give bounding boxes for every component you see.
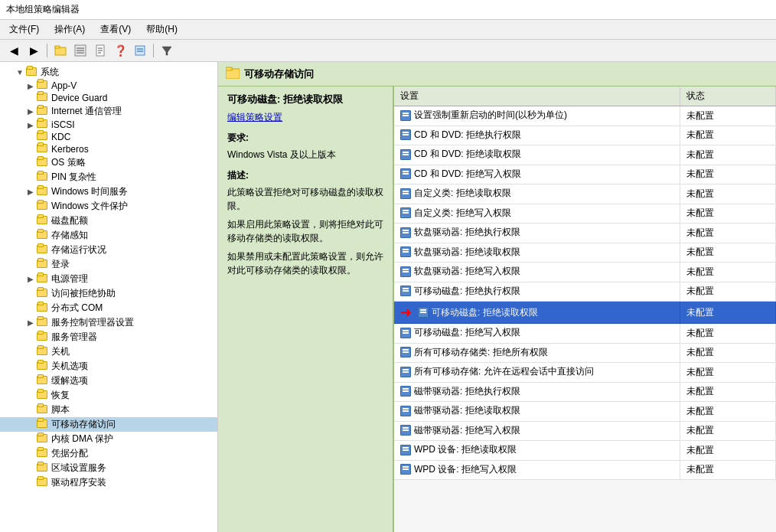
sidebar-item-recover[interactable]: 恢复 <box>0 388 217 403</box>
sidebar-label-system: 系统 <box>41 66 59 79</box>
sidebar-item-removablestorage[interactable]: 可移动存储访问 <box>0 417 217 432</box>
folder-icon-kerneldma <box>37 434 49 445</box>
sidebar-item-powermgmt[interactable]: ▶ 电源管理 <box>0 272 217 286</box>
sidebar-label-removablestorage: 可移动存储访问 <box>51 418 116 431</box>
policy-setting-label: 软盘驱动器: 拒绝读取权限 <box>414 246 520 259</box>
sidebar-label-internet: Internet 通信管理 <box>51 105 122 118</box>
policy-setting-label: 软盘驱动器: 拒绝写入权限 <box>414 265 520 278</box>
table-row[interactable]: 可移动磁盘: 拒绝执行权限未配置 <box>394 282 776 302</box>
sidebar-item-storagesense[interactable]: 存储感知 <box>0 228 217 243</box>
folder-icon-scripts <box>37 405 49 416</box>
table-cell-setting: 所有可移动存储: 允许在远程会话中直接访问 <box>394 363 680 383</box>
doc-button[interactable] <box>91 42 109 59</box>
properties-button[interactable] <box>131 42 149 59</box>
folder-icon-kdc <box>37 132 49 142</box>
sidebar-label-shutdownopts: 关机选项 <box>51 360 88 373</box>
sidebar-item-kdc[interactable]: KDC <box>0 131 217 143</box>
table-row[interactable]: 软盘驱动器: 拒绝读取权限未配置 <box>394 243 776 263</box>
table-row[interactable]: 磁带驱动器: 拒绝写入权限未配置 <box>394 421 776 441</box>
policy-setting-label: 可移动磁盘: 拒绝读取权限 <box>432 306 538 319</box>
folder-icon-driverinstall <box>37 478 49 488</box>
menu-file[interactable]: 文件(F) <box>6 22 42 37</box>
menu-view[interactable]: 查看(V) <box>97 22 134 37</box>
policy-setting-label: WPD 设备: 拒绝写入权限 <box>414 463 517 476</box>
expander-accessdenied <box>24 289 37 298</box>
table-row[interactable]: ➜可移动磁盘: 拒绝读取权限未配置 <box>394 302 776 324</box>
sidebar-item-svccontrol[interactable]: ▶ 服务控制管理器设置 <box>0 315 217 330</box>
sidebar-item-scripts[interactable]: 脚本 <box>0 403 217 417</box>
table-row[interactable]: 磁带驱动器: 拒绝执行权限未配置 <box>394 382 776 402</box>
table-cell-setting: 自定义类: 拒绝写入权限 <box>394 204 680 224</box>
sidebar-item-pin[interactable]: PIN 复杂性 <box>0 170 217 184</box>
table-row[interactable]: 软盘驱动器: 拒绝执行权限未配置 <box>394 224 776 243</box>
sidebar-item-cacheopts[interactable]: 缓解选项 <box>0 374 217 388</box>
table-row[interactable]: 所有可移动存储类: 拒绝所有权限未配置 <box>394 343 776 363</box>
edit-policy-link[interactable]: 编辑策略设置 <box>227 112 282 122</box>
table-row[interactable]: 软盘驱动器: 拒绝写入权限未配置 <box>394 263 776 282</box>
sidebar-label-winfileprotect: Windows 文件保护 <box>51 200 128 213</box>
folder-icon-diskconfig <box>37 216 49 227</box>
folder-icon-system <box>26 67 38 78</box>
sidebar-item-system[interactable]: ▼ 系统 <box>0 65 217 80</box>
forward-button[interactable]: ▶ <box>24 42 43 59</box>
sidebar-item-diskconfig[interactable]: 磁盘配额 <box>0 214 217 228</box>
policy-icon <box>400 425 411 436</box>
expander-kerneldma <box>24 435 37 443</box>
sidebar-item-credalloc[interactable]: 凭据分配 <box>0 446 217 461</box>
list-icon <box>74 44 86 57</box>
table-row[interactable]: 设置强制重新启动的时间(以秒为单位)未配置 <box>394 106 776 126</box>
filter-button[interactable] <box>158 42 176 59</box>
sidebar-item-kerberos[interactable]: Kerberos <box>0 143 217 155</box>
table-cell-status: 未配置 <box>680 421 776 441</box>
table-row[interactable]: 自定义类: 拒绝写入权限未配置 <box>394 204 776 224</box>
menu-help[interactable]: 帮助(H) <box>143 22 181 37</box>
table-cell-status: 未配置 <box>680 243 776 263</box>
table-cell-setting: 设置强制重新启动的时间(以秒为单位) <box>394 106 680 126</box>
sidebar-item-svcmgr[interactable]: 服务管理器 <box>0 330 217 344</box>
expander-internet: ▶ <box>24 107 37 116</box>
expander-removablestorage <box>24 420 37 429</box>
sidebar-item-deviceguard[interactable]: Device Guard <box>0 92 217 104</box>
sidebar-item-ospolicy[interactable]: OS 策略 <box>0 155 217 170</box>
sidebar-item-internet[interactable]: ▶ Internet 通信管理 <box>0 104 217 119</box>
sidebar-item-storagerunstatus[interactable]: 存储运行状况 <box>0 243 217 257</box>
table-row[interactable]: 磁带驱动器: 拒绝读取权限未配置 <box>394 402 776 422</box>
sidebar-item-accessdenied[interactable]: 访问被拒绝协助 <box>0 286 217 301</box>
sidebar-item-kerneldma[interactable]: 内核 DMA 保护 <box>0 432 217 446</box>
table-cell-setting: 磁带驱动器: 拒绝执行权限 <box>394 382 680 402</box>
expander-storagesense <box>24 231 37 240</box>
toolbar-separator-2 <box>153 44 154 57</box>
sidebar-item-login[interactable]: 登录 <box>0 257 217 272</box>
table-cell-status: 未配置 <box>680 126 776 145</box>
requires-value: Windows Vista 及以上版本 <box>227 148 383 162</box>
sidebar-label-driverinstall: 驱动程序安装 <box>51 476 106 489</box>
table-row[interactable]: 所有可移动存储: 允许在远程会话中直接访问未配置 <box>394 363 776 383</box>
folder-icon-powermgmt <box>37 274 49 285</box>
sidebar-label-pin: PIN 复杂性 <box>51 171 96 184</box>
list-button[interactable] <box>71 42 90 59</box>
sidebar-item-appv[interactable]: ▶ App-V <box>0 80 217 92</box>
table-row[interactable]: CD 和 DVD: 拒绝执行权限未配置 <box>394 126 776 145</box>
sidebar-label-svcmgr: 服务管理器 <box>51 331 97 344</box>
table-row[interactable]: 自定义类: 拒绝读取权限未配置 <box>394 184 776 204</box>
sidebar-item-iscsi[interactable]: ▶ iSCSI <box>0 119 217 131</box>
back-button[interactable]: ◀ <box>5 42 23 59</box>
table-row[interactable]: 可移动磁盘: 拒绝写入权限未配置 <box>394 324 776 344</box>
table-row[interactable]: WPD 设备: 拒绝读取权限未配置 <box>394 441 776 461</box>
policy-setting-label: 所有可移动存储: 允许在远程会话中直接访问 <box>414 365 594 378</box>
table-row[interactable]: CD 和 DVD: 拒绝读取权限未配置 <box>394 145 776 165</box>
help-button[interactable]: ❓ <box>111 42 129 59</box>
table-cell-status: 未配置 <box>680 343 776 363</box>
table-row[interactable]: WPD 设备: 拒绝写入权限未配置 <box>394 460 776 480</box>
policy-setting-label: 自定义类: 拒绝读取权限 <box>414 187 511 200</box>
sidebar-item-shutdown[interactable]: 关机 <box>0 344 217 359</box>
menu-action[interactable]: 操作(A) <box>51 22 88 37</box>
sidebar-item-driverinstall[interactable]: 驱动程序安装 <box>0 475 217 490</box>
sidebar-item-dcom[interactable]: 分布式 COM <box>0 301 217 315</box>
sidebar-item-winfileprotect[interactable]: Windows 文件保护 <box>0 199 217 214</box>
table-row[interactable]: CD 和 DVD: 拒绝写入权限未配置 <box>394 165 776 184</box>
sidebar-item-regionalsettings[interactable]: 区域设置服务 <box>0 461 217 475</box>
browse-button[interactable] <box>51 42 70 59</box>
sidebar-item-wintime[interactable]: ▶ Windows 时间服务 <box>0 184 217 199</box>
sidebar-item-shutdownopts[interactable]: 关机选项 <box>0 359 217 374</box>
